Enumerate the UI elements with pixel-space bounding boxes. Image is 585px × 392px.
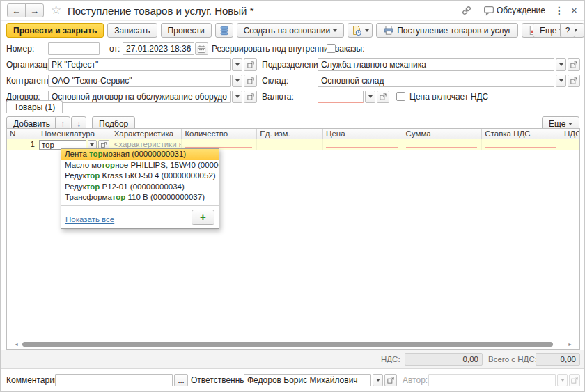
vat-total-value: 0,00 [405,353,483,366]
date-label: от: [109,42,120,55]
back-arrow-icon: ← [12,6,21,16]
grand-total-label: Всего с НДС: [488,354,537,366]
close-icon[interactable]: × [568,4,580,16]
responsible-dropdown-button[interactable] [373,374,383,386]
forward-button[interactable]: → [25,3,44,17]
number-input[interactable] [48,42,100,55]
more-menu-icon[interactable]: ⋮ [552,5,567,16]
dropdown-item[interactable]: Лента тормозная (00000000031) [61,149,219,160]
col-header-characteristic[interactable]: Характеристика [111,129,182,139]
col-header-quantity[interactable]: Количество [182,129,257,139]
scroll-left-icon[interactable]: ◄ [14,341,19,347]
cell-price[interactable] [323,139,403,150]
warehouse-input[interactable] [318,75,554,87]
counterparty-dropdown-button[interactable] [232,75,242,87]
col-header-price[interactable]: Цена [323,129,403,139]
number-label: Номер: [6,42,34,55]
author-open-button[interactable] [569,374,580,386]
cell-vat-rate[interactable] [482,139,561,150]
required-underline [326,147,398,148]
warehouse-dropdown-button[interactable] [556,75,566,87]
col-header-vat[interactable]: НДС [561,129,579,139]
vat-included-checkbox[interactable] [396,92,405,101]
save-button[interactable]: Записать [107,23,157,38]
open-link-icon [570,61,578,69]
department-input[interactable] [318,58,554,71]
author-dropdown-button[interactable] [557,374,568,386]
down-arrow-icon: ↓ [77,119,81,129]
link-icon[interactable] [460,4,473,17]
comment-expand-button[interactable]: ... [174,374,188,386]
counterparty-input[interactable] [48,75,231,87]
discussion-icon[interactable] [483,4,495,17]
totals-strip: НДС: 0,00 Всего с НДС: 0,00 [1,350,585,369]
organization-dropdown-button[interactable] [232,58,242,71]
contract-open-button[interactable] [244,91,257,103]
register-stack-icon [219,25,230,36]
tab-goods[interactable]: Товары (1) [6,100,63,113]
caret-down-icon [368,95,373,98]
dropdown-item[interactable]: Редуктор Р12-01 (00000000034) [61,182,219,193]
cell-n[interactable]: 1 [7,139,38,150]
calendar-button[interactable] [195,42,208,55]
warehouse-open-button[interactable] [568,75,580,87]
create-item-button[interactable]: + [192,210,214,225]
show-all-link[interactable]: Показать все [65,215,114,224]
responsible-open-button[interactable] [384,374,397,386]
scroll-right-icon[interactable]: ► [568,341,572,347]
ellipsis-icon: ... [178,376,184,384]
dropdown-item[interactable]: Трансформатор 110 В (00000000037) [61,192,219,203]
create-based-on-button[interactable]: Создать на основании [237,23,345,38]
dropdown-item[interactable]: Редуктор Krass БКО-50 4 (00000000052) [61,171,219,182]
counterparty-open-button[interactable] [244,75,257,87]
dropdown-item[interactable]: Масло моторное PHILLIPS, 15W40 (00000000… [61,160,219,171]
post-and-close-button[interactable]: Провести и закрыть [6,23,104,38]
caret-down-icon [235,63,240,66]
tasks-button[interactable] [348,23,373,38]
help-button[interactable]: ? [560,23,575,38]
open-link-icon [247,93,255,101]
grand-total-value: 0,00 [536,353,580,366]
cell-unit[interactable] [257,139,323,150]
currency-input[interactable] [318,91,364,103]
contract-dropdown-button[interactable] [232,91,242,103]
author-input[interactable] [428,374,556,386]
currency-dropdown-button[interactable] [365,91,375,103]
titlebar: ←→ ☆ Поступление товаров и услуг. Новый … [1,1,584,21]
responsible-input[interactable] [244,374,371,386]
open-link-icon [100,141,107,148]
cell-vat[interactable] [561,139,579,150]
organization-input[interactable] [48,58,231,71]
comment-input[interactable] [55,374,173,386]
col-header-unit[interactable]: Ед. изм. [257,129,323,139]
horizontal-scrollbar[interactable]: ◄ ► [8,341,578,347]
department-dropdown-button[interactable] [556,58,566,71]
forward-arrow-icon: → [30,6,39,16]
col-header-nomenclature[interactable]: Номенклатура [38,129,111,139]
post-button[interactable]: Провести [161,23,212,38]
currency-open-button[interactable] [377,91,389,103]
reserve-checkbox[interactable] [327,44,336,53]
warehouse-label: Склад: [262,75,288,87]
document-clock-icon [351,25,362,36]
calendar-icon [197,45,206,54]
caret-down-icon [235,79,240,82]
show-register-records-button[interactable] [215,23,233,38]
discussion-label[interactable]: Обсуждение [497,6,545,15]
date-input[interactable] [123,42,194,55]
open-link-icon [387,376,395,384]
organization-open-button[interactable] [244,58,257,71]
scrollbar-thumb[interactable] [22,342,553,347]
caret-down-icon [235,95,240,98]
print-document-button[interactable]: Поступление товаров и услуг [376,23,518,38]
contract-input[interactable] [48,91,231,103]
favorite-star-icon[interactable]: ☆ [51,3,61,17]
cell-amount[interactable] [403,139,483,150]
department-open-button[interactable] [568,58,580,71]
back-button[interactable]: ← [7,3,26,17]
col-header-vat-rate[interactable]: Ставка НДС [482,129,561,139]
col-header-amount[interactable]: Сумма [403,129,483,139]
col-header-n[interactable]: N [7,129,38,139]
reserve-label: Резервировать под внутренние заказы: [212,42,365,55]
caret-down-icon [333,29,337,32]
